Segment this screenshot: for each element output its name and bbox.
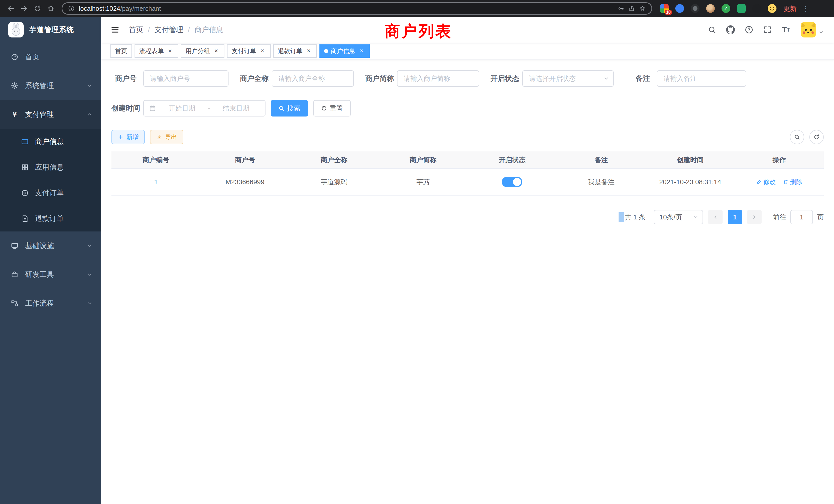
- browser-home-button[interactable]: [44, 2, 58, 15]
- help-icon[interactable]: [743, 24, 755, 36]
- extension-icon-colorful[interactable]: 10: [660, 4, 668, 13]
- sidebar-item-dev-tools[interactable]: 研发工具: [0, 260, 101, 289]
- extension-icon-green-check[interactable]: ✓: [722, 4, 730, 13]
- tab-pay-order[interactable]: 支付订单×: [227, 44, 271, 58]
- trash-icon: [783, 179, 789, 185]
- filter-label: 备注: [625, 74, 657, 84]
- table-header: 开启状态: [467, 156, 557, 164]
- sidebar-item-home[interactable]: 首页: [0, 43, 101, 71]
- sidebar-toggle-button[interactable]: [109, 24, 121, 36]
- monitor-icon: [10, 242, 19, 250]
- browser-menu-icon[interactable]: ⋮: [802, 4, 809, 13]
- breadcrumb-item-current: 商户信息: [195, 25, 223, 35]
- page-number-button[interactable]: 1: [728, 210, 742, 224]
- user-menu[interactable]: [800, 22, 824, 38]
- github-icon[interactable]: [725, 24, 737, 36]
- calendar-icon: [149, 105, 156, 112]
- breadcrumb-item-home[interactable]: 首页: [129, 25, 143, 35]
- search-icon: [278, 105, 285, 111]
- sidebar-subitem-app-info[interactable]: 应用信息: [0, 155, 101, 180]
- breadcrumb: 首页 / 支付管理 / 商户信息: [129, 25, 223, 35]
- full-name-input[interactable]: [272, 70, 354, 87]
- chevron-down-icon: [603, 76, 609, 81]
- close-icon[interactable]: ×: [358, 47, 365, 55]
- reset-button[interactable]: 重置: [313, 100, 351, 116]
- site-info-icon[interactable]: [68, 5, 75, 12]
- next-page-button[interactable]: [747, 210, 762, 224]
- page-size-select[interactable]: 10条/页: [654, 210, 703, 224]
- sidebar-subitem-refund-order[interactable]: 退款订单: [0, 206, 101, 231]
- sidebar-item-infrastructure[interactable]: 基础设施: [0, 231, 101, 260]
- sidebar-item-payment[interactable]: ¥ 支付管理: [0, 100, 101, 129]
- close-icon[interactable]: ×: [213, 47, 220, 55]
- extension-icon-dark[interactable]: [752, 4, 761, 13]
- filter-row-1: 商户号 商户全称 商户简称 开启状态 请选择开启状态: [111, 70, 824, 87]
- url-path: /pay/merchant: [120, 5, 161, 12]
- tab-merchant-info[interactable]: 商户信息×: [320, 44, 370, 58]
- close-icon[interactable]: ×: [305, 47, 312, 55]
- extension-icon-green-square[interactable]: [737, 4, 746, 13]
- date-range-picker[interactable]: 开始日期 - 结束日期: [143, 100, 265, 116]
- refresh-table-button[interactable]: [809, 130, 824, 144]
- status-toggle[interactable]: [502, 177, 522, 187]
- grid-icon: [21, 163, 29, 171]
- sidebar-item-label: 工作流程: [25, 298, 54, 308]
- tab-home[interactable]: 首页: [110, 44, 132, 58]
- avatar[interactable]: [800, 22, 816, 38]
- filter-label: 商户全称: [240, 74, 272, 84]
- sidebar-subitem-merchant-info[interactable]: 商户信息: [0, 129, 101, 155]
- pikachu-avatar-icon: [800, 22, 816, 38]
- delete-button[interactable]: 删除: [783, 178, 803, 186]
- sidebar-item-label: 基础设施: [25, 241, 54, 251]
- extension-icon-blue-drop[interactable]: [675, 4, 684, 13]
- sidebar-item-workflow[interactable]: 工作流程: [0, 289, 101, 318]
- delete-button-label: 删除: [790, 178, 803, 186]
- bookmark-star-icon[interactable]: [639, 5, 646, 12]
- export-button[interactable]: 导出: [150, 130, 183, 144]
- sidebar-subitem-pay-order[interactable]: 支付订单: [0, 180, 101, 206]
- tab-user-group[interactable]: 用户分组×: [181, 44, 224, 58]
- close-icon[interactable]: ×: [167, 47, 174, 55]
- extension-icon-smiley[interactable]: [768, 4, 776, 13]
- merchant-no-input[interactable]: [143, 70, 228, 87]
- goto-page-input[interactable]: [790, 210, 813, 224]
- filter-merchant-no: 商户号: [111, 70, 228, 87]
- browser-back-button[interactable]: [4, 2, 18, 15]
- breadcrumb-item-payment[interactable]: 支付管理: [155, 25, 183, 35]
- close-icon[interactable]: ×: [259, 47, 266, 55]
- app-logo-row[interactable]: 芋道管理系统: [0, 17, 101, 43]
- tab-label: 商户信息: [331, 47, 355, 55]
- app: 芋道管理系统 首页 系统管理 ¥ 支付管理 商户信息: [0, 17, 834, 504]
- sidebar-subitem-label: 商户信息: [35, 137, 64, 146]
- filter-create-time: 创建时间 开始日期 - 结束日期: [111, 100, 265, 116]
- status-select[interactable]: 请选择开启状态: [522, 70, 614, 87]
- extension-icon-avatar[interactable]: [706, 4, 715, 13]
- short-name-input[interactable]: [397, 70, 479, 87]
- share-icon[interactable]: [628, 5, 635, 12]
- page-content: 商户号 商户全称 商户简称 开启状态 请选择开启状态: [101, 60, 834, 504]
- browser-reload-button[interactable]: [31, 2, 44, 15]
- search-icon[interactable]: [706, 24, 718, 36]
- edit-button[interactable]: 修改: [756, 178, 776, 186]
- font-size-icon[interactable]: TT: [780, 24, 792, 36]
- browser-update-button[interactable]: 更新: [784, 4, 796, 13]
- extensions-row: 10 ✓: [660, 4, 776, 13]
- filter-label: 开启状态: [490, 74, 522, 84]
- extension-icon-dark-ring[interactable]: [691, 4, 699, 13]
- prev-page-button[interactable]: [708, 210, 723, 224]
- add-button[interactable]: 新增: [111, 130, 145, 144]
- password-key-icon[interactable]: [617, 5, 624, 12]
- fullscreen-icon[interactable]: [762, 24, 773, 36]
- sidebar-item-system[interactable]: 系统管理: [0, 71, 101, 100]
- tab-refund-order[interactable]: 退款订单×: [273, 44, 317, 58]
- cell-actions: 修改 删除: [734, 178, 824, 186]
- browser-forward-button[interactable]: [18, 2, 31, 15]
- search-button[interactable]: 搜索: [271, 100, 308, 116]
- remark-input[interactable]: [657, 70, 746, 87]
- tab-label: 流程表单: [139, 47, 164, 55]
- navbar: 首页 / 支付管理 / 商户信息 商户列表 TT: [101, 17, 834, 43]
- tab-process-form[interactable]: 流程表单×: [135, 44, 178, 58]
- toggle-search-button[interactable]: [790, 130, 804, 144]
- address-bar[interactable]: localhost:1024/pay/merchant: [62, 2, 652, 15]
- navbar-tools: TT: [706, 22, 824, 38]
